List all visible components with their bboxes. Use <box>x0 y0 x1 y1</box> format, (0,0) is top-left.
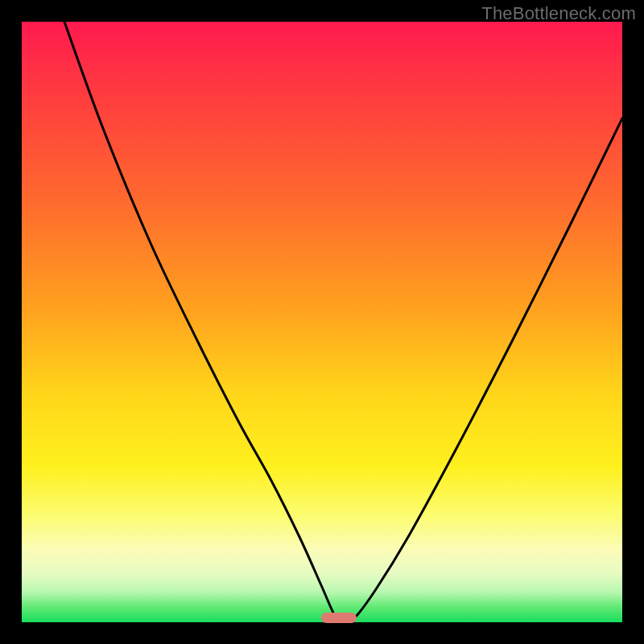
chart-frame: TheBottleneck.com <box>0 0 644 644</box>
watermark-text: TheBottleneck.com <box>481 3 636 24</box>
bottleneck-curve <box>22 22 622 622</box>
optimal-range-marker <box>321 613 357 623</box>
plot-area <box>22 22 622 622</box>
